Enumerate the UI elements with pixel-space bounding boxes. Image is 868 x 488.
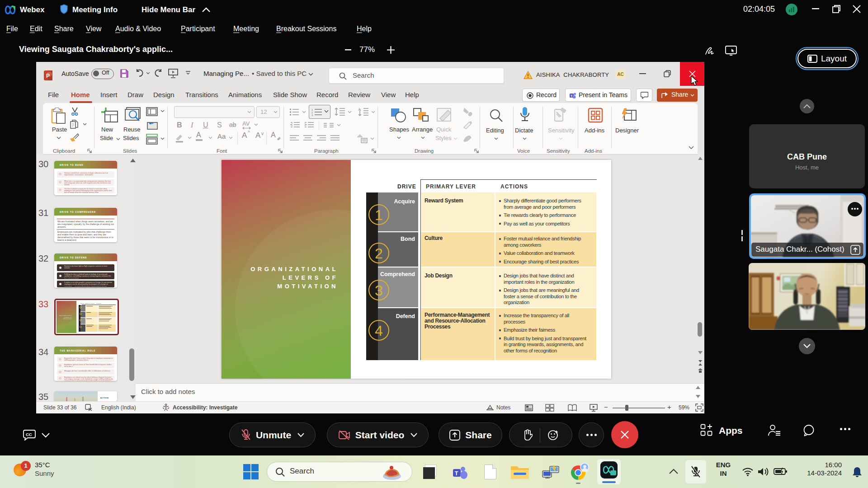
svg-text:T: T	[455, 470, 458, 477]
svg-text:T: T	[571, 94, 573, 98]
svg-text:P: P	[46, 73, 50, 79]
svg-text:3: 3	[311, 114, 313, 117]
svg-text:A: A	[358, 107, 361, 112]
svg-text:CC: CC	[26, 432, 32, 437]
